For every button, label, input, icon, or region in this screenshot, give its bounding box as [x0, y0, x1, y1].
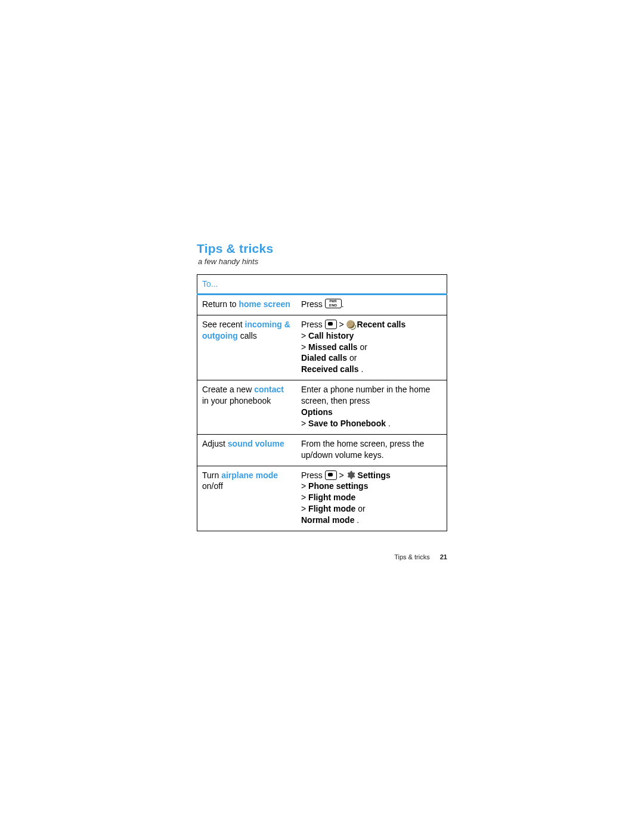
text: or — [347, 353, 357, 363]
table-row: Create a new contact in your phonebook E… — [197, 380, 447, 435]
highlight: home screen — [239, 299, 290, 309]
text: Enter a phone number in the home screen,… — [301, 385, 430, 405]
highlight: airplane mode — [221, 470, 278, 480]
highlight: sound volume — [228, 439, 284, 448]
text: > — [301, 504, 308, 513]
menu-item: Recent calls — [357, 320, 406, 329]
text: on/off — [202, 481, 223, 491]
row-task: See recent incoming & outgoing calls — [197, 315, 297, 380]
text: > — [301, 481, 308, 491]
text: . — [354, 515, 359, 525]
menu-item: Phone settings — [308, 481, 368, 491]
text: or — [358, 342, 367, 352]
text: Create a new — [202, 385, 254, 394]
text: or — [355, 504, 365, 513]
manual-page: Tips & tricks a few handy hints To... Re… — [197, 241, 447, 531]
row-task: Turn airplane mode on/off — [197, 466, 297, 531]
table-row: See recent incoming & outgoing calls Pre… — [197, 315, 447, 380]
text: Turn — [202, 470, 221, 480]
text: Return to — [202, 299, 239, 309]
text: Press — [301, 299, 325, 309]
tips-table: To... Return to home screen Press . See … — [197, 274, 447, 531]
section-title: Tips & tricks — [197, 241, 447, 256]
text: Press — [301, 470, 325, 480]
text: calls — [238, 331, 257, 340]
menu-item: Normal mode — [301, 515, 354, 525]
text: . — [386, 419, 391, 428]
menu-item: Missed calls — [308, 342, 358, 352]
table-row: Turn airplane mode on/off Press > Settin… — [197, 466, 447, 531]
text: > — [301, 493, 308, 502]
menu-item: Save to Phonebook — [308, 419, 386, 428]
text: See recent — [202, 320, 245, 329]
text: Press — [301, 320, 325, 329]
page-footer: Tips & tricks 21 — [197, 553, 447, 561]
menu-item: Received calls — [301, 364, 359, 374]
row-action: Press > Recent calls > Call history > Mi… — [296, 315, 447, 380]
text: in your phonebook — [202, 396, 271, 405]
table-row: Adjust sound volume From the home screen… — [197, 434, 447, 466]
center-key-icon — [325, 320, 337, 329]
row-task: Return to home screen — [197, 294, 297, 315]
row-task: Adjust sound volume — [197, 434, 297, 466]
row-action: Press . — [296, 294, 447, 315]
section-subtitle: a few handy hints — [198, 257, 447, 266]
text: > — [301, 331, 308, 340]
text: . — [342, 299, 344, 309]
menu-item: Dialed calls — [301, 353, 347, 363]
table-row: Return to home screen Press . — [197, 294, 447, 315]
row-action: Press > Settings > Phone settings > Flig… — [296, 466, 447, 531]
menu-item: Options — [301, 407, 333, 417]
menu-item: Flight mode — [308, 504, 355, 513]
recent-calls-icon — [346, 320, 355, 329]
row-action: Enter a phone number in the home screen,… — [296, 380, 447, 435]
row-task: Create a new contact in your phonebook — [197, 380, 297, 435]
center-key-icon — [325, 470, 337, 480]
page-number: 21 — [440, 553, 447, 561]
menu-item: Settings — [358, 470, 391, 480]
menu-item: Call history — [308, 331, 354, 340]
footer-label: Tips & tricks — [394, 553, 430, 561]
gear-icon — [346, 470, 355, 479]
text: . — [359, 364, 364, 374]
row-action: From the home screen, press the up/down … — [296, 434, 447, 466]
highlight: contact — [254, 385, 284, 394]
text: Adjust — [202, 439, 228, 448]
menu-item: Flight mode — [308, 493, 355, 502]
text: > — [301, 342, 308, 352]
end-key-icon — [325, 299, 342, 308]
table-header: To... — [197, 275, 447, 295]
text: From the home screen, press the up/down … — [301, 439, 424, 460]
text: > — [301, 419, 308, 428]
